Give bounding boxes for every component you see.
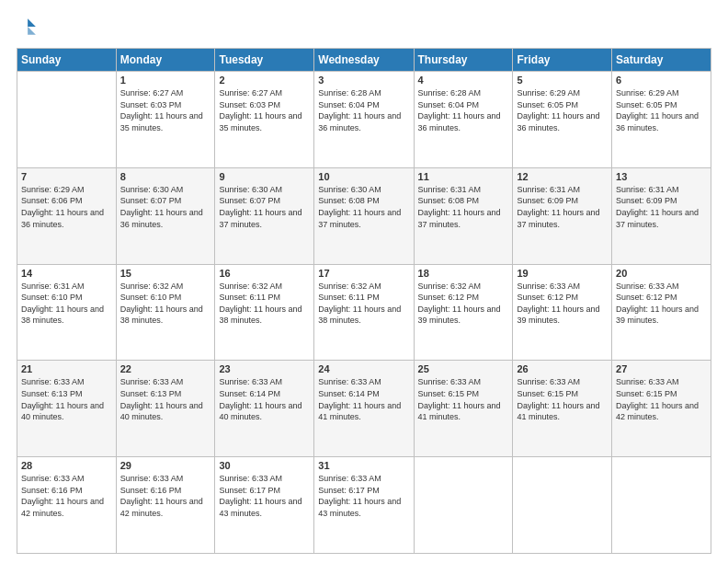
- daylight-text: Daylight: 11 hours and 42 minutes.: [616, 401, 699, 422]
- daylight-text: Daylight: 11 hours and 36 minutes.: [616, 111, 699, 132]
- sunrise-text: Sunrise: 6:33 AM: [21, 474, 85, 483]
- calendar-week-row: 28 Sunrise: 6:33 AM Sunset: 6:16 PM Dayl…: [17, 457, 711, 554]
- table-row: 4 Sunrise: 6:28 AM Sunset: 6:04 PM Dayli…: [414, 72, 513, 168]
- day-info: Sunrise: 6:29 AM Sunset: 6:05 PM Dayligh…: [517, 87, 608, 133]
- day-number: 29: [120, 460, 211, 471]
- table-row: 7 Sunrise: 6:29 AM Sunset: 6:06 PM Dayli…: [17, 167, 117, 264]
- day-number: 11: [418, 171, 509, 182]
- day-info: Sunrise: 6:27 AM Sunset: 6:03 PM Dayligh…: [120, 87, 211, 133]
- daylight-text: Daylight: 11 hours and 38 minutes.: [318, 304, 401, 326]
- sunrise-text: Sunrise: 6:33 AM: [120, 474, 184, 483]
- sunset-text: Sunset: 6:11 PM: [219, 293, 280, 302]
- col-sunday: Sunday: [17, 49, 117, 72]
- table-row: [612, 457, 711, 554]
- day-number: 21: [21, 363, 112, 374]
- sunset-text: Sunset: 6:09 PM: [517, 196, 578, 205]
- day-info: Sunrise: 6:29 AM Sunset: 6:06 PM Dayligh…: [21, 184, 112, 230]
- sunset-text: Sunset: 6:05 PM: [616, 100, 677, 109]
- sunrise-text: Sunrise: 6:28 AM: [418, 88, 482, 98]
- logo: [17, 17, 39, 40]
- day-info: Sunrise: 6:31 AM Sunset: 6:10 PM Dayligh…: [21, 281, 112, 327]
- sunset-text: Sunset: 6:07 PM: [219, 196, 280, 205]
- day-number: 2: [219, 75, 310, 86]
- sunrise-text: Sunrise: 6:31 AM: [418, 185, 482, 194]
- table-row: [17, 72, 117, 168]
- sunrise-text: Sunrise: 6:33 AM: [219, 377, 282, 386]
- daylight-text: Daylight: 11 hours and 36 minutes.: [318, 111, 401, 132]
- table-row: 14 Sunrise: 6:31 AM Sunset: 6:10 PM Dayl…: [17, 264, 117, 361]
- sunset-text: Sunset: 6:08 PM: [318, 196, 380, 205]
- day-number: 14: [21, 268, 112, 279]
- table-row: 3 Sunrise: 6:28 AM Sunset: 6:04 PM Dayli…: [314, 72, 414, 168]
- sunrise-text: Sunrise: 6:31 AM: [21, 282, 85, 291]
- day-info: Sunrise: 6:32 AM Sunset: 6:11 PM Dayligh…: [219, 281, 310, 327]
- daylight-text: Daylight: 11 hours and 37 minutes.: [318, 208, 401, 229]
- table-row: 1 Sunrise: 6:27 AM Sunset: 6:03 PM Dayli…: [116, 72, 215, 168]
- calendar-week-row: 14 Sunrise: 6:31 AM Sunset: 6:10 PM Dayl…: [17, 264, 711, 361]
- sunrise-text: Sunrise: 6:27 AM: [219, 88, 282, 98]
- calendar-week-row: 21 Sunrise: 6:33 AM Sunset: 6:13 PM Dayl…: [17, 361, 711, 457]
- sunset-text: Sunset: 6:13 PM: [120, 389, 182, 398]
- daylight-text: Daylight: 11 hours and 40 minutes.: [21, 401, 104, 422]
- sunrise-text: Sunrise: 6:29 AM: [616, 88, 679, 98]
- sunset-text: Sunset: 6:10 PM: [21, 293, 83, 302]
- sunset-text: Sunset: 6:16 PM: [120, 486, 182, 495]
- day-number: 18: [418, 268, 509, 279]
- day-info: Sunrise: 6:32 AM Sunset: 6:11 PM Dayligh…: [318, 281, 409, 327]
- daylight-text: Daylight: 11 hours and 42 minutes.: [120, 497, 203, 518]
- sunset-text: Sunset: 6:15 PM: [616, 389, 677, 398]
- table-row: 24 Sunrise: 6:33 AM Sunset: 6:14 PM Dayl…: [314, 361, 414, 457]
- day-number: 10: [318, 171, 409, 182]
- sunset-text: Sunset: 6:08 PM: [418, 196, 480, 205]
- calendar-header-row: Sunday Monday Tuesday Wednesday Thursday…: [17, 49, 711, 72]
- day-info: Sunrise: 6:31 AM Sunset: 6:09 PM Dayligh…: [517, 184, 608, 230]
- table-row: 26 Sunrise: 6:33 AM Sunset: 6:15 PM Dayl…: [513, 361, 612, 457]
- day-info: Sunrise: 6:28 AM Sunset: 6:04 PM Dayligh…: [418, 87, 509, 133]
- table-row: 12 Sunrise: 6:31 AM Sunset: 6:09 PM Dayl…: [513, 167, 612, 264]
- sunset-text: Sunset: 6:17 PM: [219, 486, 280, 495]
- sunrise-text: Sunrise: 6:33 AM: [418, 377, 482, 386]
- table-row: 8 Sunrise: 6:30 AM Sunset: 6:07 PM Dayli…: [116, 167, 215, 264]
- sunset-text: Sunset: 6:09 PM: [616, 196, 677, 205]
- day-number: 24: [318, 363, 409, 374]
- sunrise-text: Sunrise: 6:31 AM: [616, 185, 679, 194]
- day-info: Sunrise: 6:31 AM Sunset: 6:09 PM Dayligh…: [616, 184, 707, 230]
- day-info: Sunrise: 6:27 AM Sunset: 6:03 PM Dayligh…: [219, 87, 310, 133]
- logo-icon: [17, 17, 37, 37]
- day-number: 17: [318, 268, 409, 279]
- col-thursday: Thursday: [414, 49, 513, 72]
- day-info: Sunrise: 6:33 AM Sunset: 6:12 PM Dayligh…: [616, 281, 707, 327]
- daylight-text: Daylight: 11 hours and 37 minutes.: [616, 208, 699, 229]
- table-row: [414, 457, 513, 554]
- sunset-text: Sunset: 6:11 PM: [318, 293, 380, 302]
- day-number: 1: [120, 75, 211, 86]
- day-info: Sunrise: 6:28 AM Sunset: 6:04 PM Dayligh…: [318, 87, 409, 133]
- daylight-text: Daylight: 11 hours and 38 minutes.: [120, 304, 203, 326]
- daylight-text: Daylight: 11 hours and 40 minutes.: [120, 401, 203, 422]
- sunrise-text: Sunrise: 6:32 AM: [120, 282, 184, 291]
- daylight-text: Daylight: 11 hours and 38 minutes.: [21, 304, 104, 326]
- daylight-text: Daylight: 11 hours and 41 minutes.: [318, 401, 401, 422]
- sunrise-text: Sunrise: 6:30 AM: [318, 185, 381, 194]
- sunset-text: Sunset: 6:16 PM: [21, 486, 83, 495]
- table-row: 11 Sunrise: 6:31 AM Sunset: 6:08 PM Dayl…: [414, 167, 513, 264]
- day-number: 25: [418, 363, 509, 374]
- day-number: 30: [219, 460, 310, 471]
- day-number: 27: [616, 363, 707, 374]
- day-info: Sunrise: 6:30 AM Sunset: 6:08 PM Dayligh…: [318, 184, 409, 230]
- daylight-text: Daylight: 11 hours and 35 minutes.: [219, 111, 301, 132]
- table-row: 21 Sunrise: 6:33 AM Sunset: 6:13 PM Dayl…: [17, 361, 117, 457]
- day-info: Sunrise: 6:33 AM Sunset: 6:17 PM Dayligh…: [219, 473, 310, 519]
- sunrise-text: Sunrise: 6:33 AM: [517, 282, 580, 291]
- table-row: 10 Sunrise: 6:30 AM Sunset: 6:08 PM Dayl…: [314, 167, 414, 264]
- daylight-text: Daylight: 11 hours and 37 minutes.: [517, 208, 599, 229]
- daylight-text: Daylight: 11 hours and 39 minutes.: [616, 304, 699, 326]
- day-number: 3: [318, 75, 409, 86]
- svg-marker-0: [28, 18, 36, 27]
- sunrise-text: Sunrise: 6:33 AM: [318, 474, 381, 483]
- col-wednesday: Wednesday: [314, 49, 414, 72]
- sunrise-text: Sunrise: 6:27 AM: [120, 88, 184, 98]
- col-monday: Monday: [116, 49, 215, 72]
- svg-marker-1: [28, 27, 36, 35]
- sunrise-text: Sunrise: 6:33 AM: [318, 377, 381, 386]
